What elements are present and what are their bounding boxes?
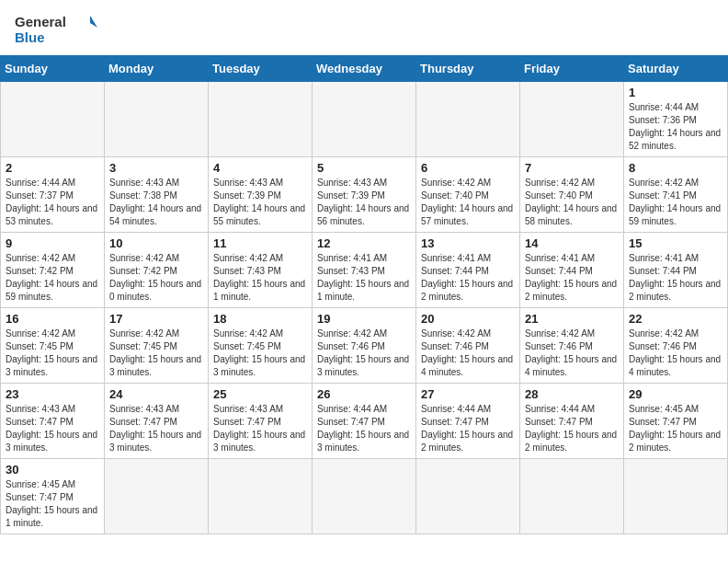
calendar-day-cell: 23Sunrise: 4:43 AMSunset: 7:47 PMDayligh… [1,384,105,459]
day-number: 10 [109,236,203,250]
day-info: Sunrise: 4:43 AMSunset: 7:47 PMDaylight:… [109,403,203,454]
calendar-day-cell: 1Sunrise: 4:44 AMSunset: 7:36 PMDaylight… [624,82,728,157]
calendar-day-cell: 17Sunrise: 4:42 AMSunset: 7:45 PMDayligh… [105,308,209,384]
calendar-day-cell [520,459,624,534]
calendar-day-cell: 2Sunrise: 4:44 AMSunset: 7:37 PMDaylight… [1,157,105,233]
calendar-day-cell: 4Sunrise: 4:43 AMSunset: 7:39 PMDaylight… [209,157,313,233]
calendar-day-cell: 14Sunrise: 4:41 AMSunset: 7:44 PMDayligh… [520,233,624,308]
day-number: 14 [525,236,619,250]
day-info: Sunrise: 4:43 AMSunset: 7:38 PMDaylight:… [109,177,203,228]
calendar-week-row: 16Sunrise: 4:42 AMSunset: 7:45 PMDayligh… [1,308,728,384]
day-info: Sunrise: 4:44 AMSunset: 7:47 PMDaylight:… [525,403,619,454]
day-info: Sunrise: 4:43 AMSunset: 7:47 PMDaylight:… [6,403,99,454]
day-info: Sunrise: 4:42 AMSunset: 7:41 PMDaylight:… [629,177,722,228]
day-info: Sunrise: 4:42 AMSunset: 7:46 PMDaylight:… [317,327,411,379]
day-number: 9 [6,236,99,250]
calendar-day-cell [313,459,416,534]
calendar-day-cell [209,82,313,157]
day-number: 21 [525,312,619,326]
calendar-day-cell [105,459,209,534]
day-info: Sunrise: 4:41 AMSunset: 7:44 PMDaylight:… [629,252,722,304]
calendar-day-cell: 20Sunrise: 4:42 AMSunset: 7:46 PMDayligh… [416,308,520,384]
calendar-day-cell [1,82,105,157]
calendar-day-cell: 9Sunrise: 4:42 AMSunset: 7:42 PMDaylight… [1,233,105,308]
calendar-day-cell: 5Sunrise: 4:43 AMSunset: 7:39 PMDaylight… [313,157,416,233]
calendar-week-row: 30Sunrise: 4:45 AMSunset: 7:47 PMDayligh… [1,459,728,534]
calendar-day-cell: 30Sunrise: 4:45 AMSunset: 7:47 PMDayligh… [1,459,105,534]
day-number: 17 [109,312,203,326]
calendar-day-cell: 26Sunrise: 4:44 AMSunset: 7:47 PMDayligh… [313,384,416,459]
calendar-day-cell: 27Sunrise: 4:44 AMSunset: 7:47 PMDayligh… [416,384,520,459]
day-info: Sunrise: 4:43 AMSunset: 7:39 PMDaylight:… [213,177,307,228]
calendar-day-cell [416,82,520,157]
day-number: 27 [421,387,515,401]
day-info: Sunrise: 4:41 AMSunset: 7:44 PMDaylight:… [421,252,515,304]
day-info: Sunrise: 4:42 AMSunset: 7:46 PMDaylight:… [421,327,515,379]
day-info: Sunrise: 4:42 AMSunset: 7:42 PMDaylight:… [6,252,99,304]
day-info: Sunrise: 4:45 AMSunset: 7:47 PMDaylight:… [629,403,722,454]
calendar-day-cell [209,459,313,534]
day-number: 13 [421,236,515,250]
day-number: 3 [109,161,203,175]
day-of-week-header: Friday [520,56,624,82]
calendar-day-cell: 11Sunrise: 4:42 AMSunset: 7:43 PMDayligh… [209,233,313,308]
calendar-day-cell: 3Sunrise: 4:43 AMSunset: 7:38 PMDaylight… [105,157,209,233]
calendar-day-cell [624,459,728,534]
day-info: Sunrise: 4:41 AMSunset: 7:43 PMDaylight:… [317,252,411,304]
day-number: 6 [421,161,515,175]
calendar-day-cell: 18Sunrise: 4:42 AMSunset: 7:45 PMDayligh… [209,308,313,384]
day-info: Sunrise: 4:44 AMSunset: 7:47 PMDaylight:… [421,403,515,454]
calendar-day-cell [416,459,520,534]
day-info: Sunrise: 4:42 AMSunset: 7:42 PMDaylight:… [109,252,203,304]
day-info: Sunrise: 4:43 AMSunset: 7:39 PMDaylight:… [317,177,411,228]
day-info: Sunrise: 4:42 AMSunset: 7:46 PMDaylight:… [629,327,722,379]
day-number: 7 [525,161,619,175]
day-number: 8 [629,161,722,175]
day-of-week-header: Sunday [1,56,105,82]
calendar-week-row: 9Sunrise: 4:42 AMSunset: 7:42 PMDaylight… [1,233,728,308]
calendar-header-row: SundayMondayTuesdayWednesdayThursdayFrid… [1,56,728,82]
day-number: 30 [6,463,99,477]
day-info: Sunrise: 4:45 AMSunset: 7:47 PMDaylight:… [6,478,99,530]
calendar-day-cell [105,82,209,157]
day-number: 5 [317,161,411,175]
day-info: Sunrise: 4:42 AMSunset: 7:46 PMDaylight:… [525,327,619,379]
calendar-week-row: 1Sunrise: 4:44 AMSunset: 7:36 PMDaylight… [1,82,728,157]
calendar-day-cell: 8Sunrise: 4:42 AMSunset: 7:41 PMDaylight… [624,157,728,233]
day-number: 24 [109,387,203,401]
calendar-day-cell [520,82,624,157]
day-number: 16 [6,312,99,326]
day-number: 4 [213,161,307,175]
calendar-day-cell: 7Sunrise: 4:42 AMSunset: 7:40 PMDaylight… [520,157,624,233]
header: General Blue [0,0,728,55]
day-of-week-header: Monday [105,56,209,82]
calendar-day-cell: 12Sunrise: 4:41 AMSunset: 7:43 PMDayligh… [313,233,416,308]
calendar-day-cell: 19Sunrise: 4:42 AMSunset: 7:46 PMDayligh… [313,308,416,384]
day-info: Sunrise: 4:42 AMSunset: 7:40 PMDaylight:… [525,177,619,228]
day-number: 12 [317,236,411,250]
day-number: 28 [525,387,619,401]
logo: General Blue [15,11,97,48]
day-number: 11 [213,236,307,250]
day-number: 15 [629,236,722,250]
day-of-week-header: Tuesday [209,56,313,82]
day-info: Sunrise: 4:42 AMSunset: 7:45 PMDaylight:… [6,327,99,379]
day-info: Sunrise: 4:42 AMSunset: 7:45 PMDaylight:… [213,327,307,379]
calendar-day-cell: 21Sunrise: 4:42 AMSunset: 7:46 PMDayligh… [520,308,624,384]
day-number: 22 [629,312,722,326]
svg-marker-2 [90,16,97,28]
day-info: Sunrise: 4:44 AMSunset: 7:37 PMDaylight:… [6,177,99,228]
calendar-week-row: 23Sunrise: 4:43 AMSunset: 7:47 PMDayligh… [1,384,728,459]
day-number: 19 [317,312,411,326]
calendar-day-cell: 28Sunrise: 4:44 AMSunset: 7:47 PMDayligh… [520,384,624,459]
svg-text:General: General [15,14,66,29]
day-number: 1 [629,86,722,99]
calendar-day-cell: 16Sunrise: 4:42 AMSunset: 7:45 PMDayligh… [1,308,105,384]
day-number: 29 [629,387,722,401]
day-number: 2 [6,161,99,175]
calendar-day-cell: 10Sunrise: 4:42 AMSunset: 7:42 PMDayligh… [105,233,209,308]
day-info: Sunrise: 4:44 AMSunset: 7:36 PMDaylight:… [629,101,722,153]
day-info: Sunrise: 4:42 AMSunset: 7:45 PMDaylight:… [109,327,203,379]
day-info: Sunrise: 4:43 AMSunset: 7:47 PMDaylight:… [213,403,307,454]
day-of-week-header: Wednesday [313,56,416,82]
